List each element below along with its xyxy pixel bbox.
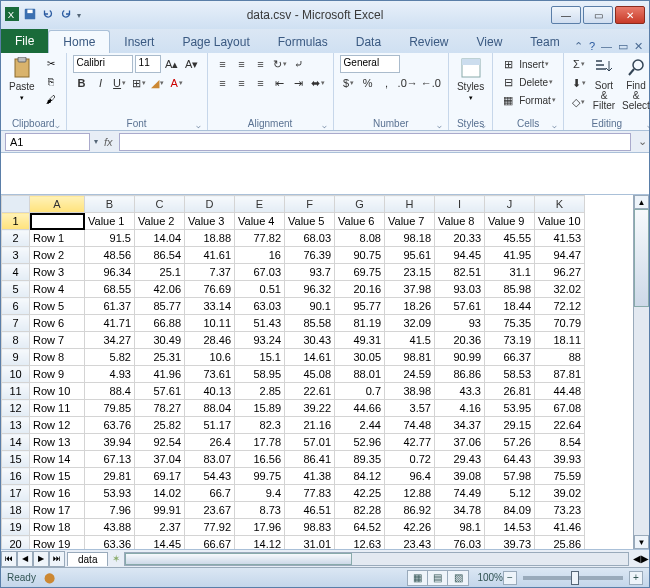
format-cells-button[interactable]: Format xyxy=(518,91,557,109)
font-name-select[interactable]: Calibri xyxy=(73,55,133,73)
cell-value[interactable]: 51.43 xyxy=(235,315,285,332)
tab-view[interactable]: View xyxy=(463,31,517,53)
row-header-3[interactable]: 3 xyxy=(2,247,30,264)
scroll-down-icon[interactable]: ▼ xyxy=(634,535,649,549)
cell-label[interactable]: Row 2 xyxy=(30,247,85,264)
cell-value[interactable]: 99.91 xyxy=(135,502,185,519)
cell-value[interactable]: 45.08 xyxy=(285,366,335,383)
cell-value[interactable]: 2.44 xyxy=(335,417,385,434)
italic-button[interactable]: I xyxy=(92,74,110,92)
cell-value[interactable]: 53.93 xyxy=(85,485,135,502)
tab-page-layout[interactable]: Page Layout xyxy=(168,31,263,53)
cell-value[interactable]: 16 xyxy=(235,247,285,264)
col-header-H[interactable]: H xyxy=(385,196,435,213)
cell-label[interactable]: Row 8 xyxy=(30,349,85,366)
cell-value[interactable]: 14.02 xyxy=(135,485,185,502)
row-header-1[interactable]: 1 xyxy=(2,213,30,230)
cell-value[interactable]: 25.86 xyxy=(535,536,585,550)
align-center-icon[interactable]: ≡ xyxy=(233,74,251,92)
zoom-slider[interactable] xyxy=(523,576,623,580)
cell-value[interactable]: 66.7 xyxy=(185,485,235,502)
spreadsheet-grid[interactable]: ABCDEFGHIJK1Value 1Value 2Value 3Value 4… xyxy=(1,195,585,549)
help-icon[interactable]: ? xyxy=(589,40,595,53)
cell-value[interactable]: 76.69 xyxy=(185,281,235,298)
decrease-font-icon[interactable]: A▾ xyxy=(183,55,201,73)
cell-label[interactable]: Row 13 xyxy=(30,434,85,451)
cell-header[interactable]: Value 10 xyxy=(535,213,585,230)
cell-label[interactable]: Row 5 xyxy=(30,298,85,315)
cell-value[interactable]: 98.81 xyxy=(385,349,435,366)
cell-value[interactable]: 41.46 xyxy=(535,519,585,536)
delete-cells-icon[interactable]: ⊟ xyxy=(499,73,517,91)
cell-value[interactable]: 39.02 xyxy=(535,485,585,502)
zoom-out-button[interactable]: − xyxy=(503,571,517,585)
cell-value[interactable]: 52.96 xyxy=(335,434,385,451)
cell-value[interactable]: 94.45 xyxy=(435,247,485,264)
col-header-C[interactable]: C xyxy=(135,196,185,213)
comma-icon[interactable]: , xyxy=(378,74,396,92)
fill-color-button[interactable]: ◢ xyxy=(149,74,167,92)
new-sheet-icon[interactable]: ✶ xyxy=(112,553,120,564)
cell-value[interactable]: 57.01 xyxy=(285,434,335,451)
maximize-button[interactable]: ▭ xyxy=(583,6,613,24)
cell-label[interactable]: Row 4 xyxy=(30,281,85,298)
normal-view-icon[interactable]: ▦ xyxy=(408,571,428,585)
cell-value[interactable]: 57.61 xyxy=(435,298,485,315)
insert-cells-button[interactable]: Insert xyxy=(518,55,550,73)
vertical-scrollbar[interactable]: ▲ ▼ xyxy=(633,195,649,549)
cell-value[interactable]: 83.07 xyxy=(185,451,235,468)
cell-value[interactable]: 0.51 xyxy=(235,281,285,298)
insert-cells-icon[interactable]: ⊞ xyxy=(499,55,517,73)
cell-value[interactable]: 69.17 xyxy=(135,468,185,485)
cell-value[interactable]: 20.36 xyxy=(435,332,485,349)
cell-value[interactable]: 95.61 xyxy=(385,247,435,264)
cell-value[interactable]: 41.53 xyxy=(535,230,585,247)
cell-value[interactable]: 39.73 xyxy=(485,536,535,550)
cell-value[interactable]: 96.27 xyxy=(535,264,585,281)
cell-value[interactable]: 70.79 xyxy=(535,315,585,332)
cut-icon[interactable]: ✂ xyxy=(42,55,60,71)
cell-value[interactable]: 96.34 xyxy=(85,264,135,281)
undo-icon[interactable] xyxy=(41,7,55,24)
cell-value[interactable]: 67.08 xyxy=(535,400,585,417)
cell-value[interactable]: 14.45 xyxy=(135,536,185,550)
cell-label[interactable]: Row 9 xyxy=(30,366,85,383)
page-layout-view-icon[interactable]: ▤ xyxy=(428,571,448,585)
tab-team[interactable]: Team xyxy=(516,31,573,53)
cell-value[interactable]: 76.03 xyxy=(435,536,485,550)
cell-value[interactable]: 14.53 xyxy=(485,519,535,536)
increase-decimal-icon[interactable]: .0→ xyxy=(397,74,419,92)
tab-home[interactable]: Home xyxy=(48,30,110,53)
cell-value[interactable]: 3.57 xyxy=(385,400,435,417)
cell-value[interactable]: 81.19 xyxy=(335,315,385,332)
cell-value[interactable]: 37.06 xyxy=(435,434,485,451)
cell-value[interactable]: 98.1 xyxy=(435,519,485,536)
cell-value[interactable]: 85.77 xyxy=(135,298,185,315)
align-top-icon[interactable]: ≡ xyxy=(214,55,232,73)
cell-value[interactable]: 82.3 xyxy=(235,417,285,434)
cell-label[interactable]: Row 7 xyxy=(30,332,85,349)
cell-value[interactable]: 22.64 xyxy=(535,417,585,434)
cell-value[interactable]: 76.39 xyxy=(285,247,335,264)
scroll-right-icon[interactable]: ▶ xyxy=(641,553,649,564)
font-color-button[interactable]: A xyxy=(168,74,186,92)
cell-value[interactable]: 30.05 xyxy=(335,349,385,366)
percent-icon[interactable]: % xyxy=(359,74,377,92)
autosum-icon[interactable]: Σ xyxy=(570,55,588,73)
macro-record-icon[interactable]: ⬤ xyxy=(44,572,55,583)
cell-value[interactable]: 98.83 xyxy=(285,519,335,536)
cell-value[interactable]: 88.04 xyxy=(185,400,235,417)
cell-value[interactable]: 42.25 xyxy=(335,485,385,502)
cell-label[interactable]: Row 1 xyxy=(30,230,85,247)
cell-value[interactable]: 40.13 xyxy=(185,383,235,400)
cell-header[interactable]: Value 5 xyxy=(285,213,335,230)
row-header-5[interactable]: 5 xyxy=(2,281,30,298)
cell-value[interactable]: 37.04 xyxy=(135,451,185,468)
minimize-ribbon-icon[interactable]: ⌃ xyxy=(574,40,583,53)
cell-value[interactable]: 12.63 xyxy=(335,536,385,550)
row-header-11[interactable]: 11 xyxy=(2,383,30,400)
cell-value[interactable]: 53.95 xyxy=(485,400,535,417)
tab-insert[interactable]: Insert xyxy=(110,31,168,53)
cell-value[interactable]: 34.78 xyxy=(435,502,485,519)
cell-value[interactable]: 41.71 xyxy=(85,315,135,332)
